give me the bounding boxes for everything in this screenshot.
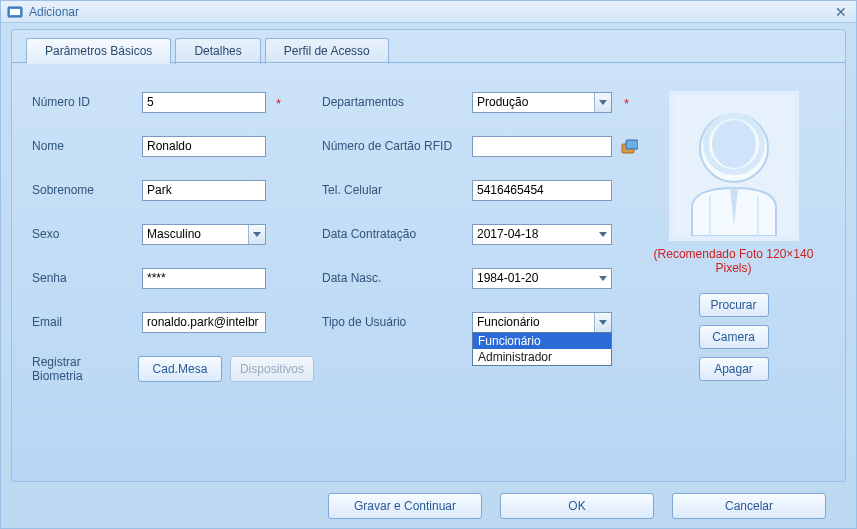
cancelar-button[interactable]: Cancelar (672, 493, 826, 519)
required-marker: * (624, 96, 629, 111)
tab-bar: Parâmetros Básicos Detalhes Perfil de Ac… (12, 30, 845, 63)
email-input[interactable] (142, 312, 266, 333)
bottom-button-bar: Gravar e Continuar OK Cancelar (1, 484, 856, 528)
departamentos-value: Produção (473, 95, 594, 109)
label-sobrenome: Sobrenome (32, 183, 142, 197)
label-tipo-usuario: Tipo de Usuário (322, 315, 472, 329)
dropdown-option-funcionario[interactable]: Funcionário (473, 333, 611, 349)
chevron-down-icon[interactable] (594, 93, 611, 112)
tab-parametros-basicos[interactable]: Parâmetros Básicos (26, 38, 171, 64)
photo-placeholder (669, 91, 799, 241)
form-panel: Parâmetros Básicos Detalhes Perfil de Ac… (11, 29, 846, 482)
numero-cartao-input[interactable] (472, 136, 612, 157)
window-title: Adicionar (29, 5, 79, 19)
label-data-nasc: Data Nasc. (322, 271, 472, 285)
label-tel-celular: Tel. Celular (322, 183, 472, 197)
tipo-usuario-value: Funcionário (473, 315, 594, 329)
chevron-down-icon[interactable] (594, 225, 611, 244)
senha-input[interactable] (142, 268, 266, 289)
label-numero-id: Número ID (32, 95, 142, 109)
nome-input[interactable] (142, 136, 266, 157)
numero-id-input[interactable] (142, 92, 266, 113)
dialog-window: Adicionar ✕ Parâmetros Básicos Detalhes … (0, 0, 857, 529)
camera-button[interactable]: Camera (699, 325, 769, 349)
form-body: Número ID * Nome Sobrenome (12, 63, 845, 393)
app-icon (7, 4, 23, 20)
apagar-button[interactable]: Apagar (699, 357, 769, 381)
close-icon[interactable]: ✕ (832, 4, 850, 20)
rfid-card-icon[interactable] (620, 139, 636, 153)
chevron-down-icon[interactable] (248, 225, 265, 244)
chevron-down-icon[interactable] (594, 269, 611, 288)
departamentos-select[interactable]: Produção (472, 92, 612, 113)
label-registrar-biometria: Registrar Biometria (32, 355, 130, 383)
label-nome: Nome (32, 139, 142, 153)
photo-caption: (Recomendado Foto 120×140 Pixels) (642, 247, 825, 275)
gravar-continuar-button[interactable]: Gravar e Continuar (328, 493, 482, 519)
ok-button[interactable]: OK (500, 493, 654, 519)
label-senha: Senha (32, 271, 142, 285)
cad-mesa-button[interactable]: Cad.Mesa (138, 356, 222, 382)
label-sexo: Sexo (32, 227, 142, 241)
sexo-value: Masculino (143, 227, 248, 241)
tab-detalhes[interactable]: Detalhes (175, 38, 260, 64)
tipo-usuario-dropdown: Funcionário Administrador (472, 332, 612, 366)
label-departamentos: Departamentos (322, 95, 472, 109)
sobrenome-input[interactable] (142, 180, 266, 201)
middle-column: Departamentos Produção * Número de Cartã… (322, 91, 642, 383)
chevron-down-icon[interactable] (594, 313, 611, 332)
dispositivos-button: Dispositivos (230, 356, 314, 382)
tel-celular-input[interactable] (472, 180, 612, 201)
svg-rect-1 (10, 9, 20, 15)
label-numero-cartao: Número de Cartão RFID (322, 139, 472, 153)
right-column: (Recomendado Foto 120×140 Pixels) Procur… (642, 91, 825, 383)
svg-point-6 (712, 120, 756, 168)
sexo-select[interactable]: Masculino (142, 224, 266, 245)
tipo-usuario-select[interactable]: Funcionário (472, 312, 612, 333)
data-nasc-picker[interactable]: 1984-01-20 (472, 268, 612, 289)
svg-rect-3 (626, 140, 638, 149)
dropdown-option-administrador[interactable]: Administrador (473, 349, 611, 365)
label-data-contratacao: Data Contratação (322, 227, 472, 241)
label-email: Email (32, 315, 142, 329)
tab-perfil-acesso[interactable]: Perfil de Acesso (265, 38, 389, 64)
left-column: Número ID * Nome Sobrenome (32, 91, 322, 383)
data-contratacao-value: 2017-04-18 (473, 227, 594, 241)
data-contratacao-picker[interactable]: 2017-04-18 (472, 224, 612, 245)
titlebar: Adicionar ✕ (1, 1, 856, 23)
required-marker: * (276, 96, 281, 111)
procurar-button[interactable]: Procurar (699, 293, 769, 317)
data-nasc-value: 1984-01-20 (473, 271, 594, 285)
